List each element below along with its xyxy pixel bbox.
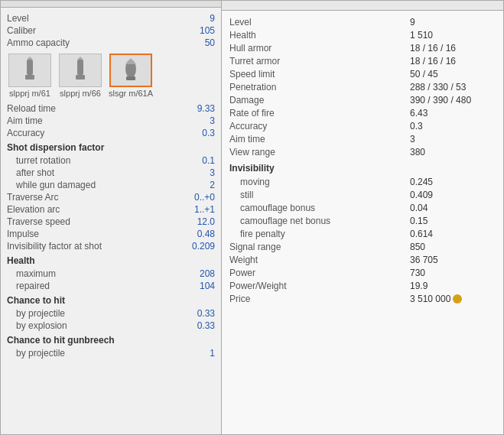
- left-basic-stats: Level9Caliber105Ammo capacity50: [7, 12, 215, 49]
- right-stat-label: camouflage net bonus: [240, 216, 404, 226]
- right-stat-value: 6.43: [404, 108, 496, 118]
- right-stat-label: Rate of fire: [229, 108, 404, 118]
- right-stat-row: Hull armor18 / 16 / 16: [229, 41, 496, 54]
- right-stat-value: 390 / 390 / 480: [404, 95, 496, 106]
- stat-row: repaired104: [7, 280, 215, 292]
- right-stat-value: 0.04: [404, 203, 496, 213]
- left-header: [1, 1, 221, 8]
- stat-label: Level: [7, 13, 29, 24]
- stat-label: Impulse: [7, 229, 39, 239]
- left-below-stats: Reload time9.33Aim time3Accuracy0.3Shot …: [7, 102, 215, 359]
- stat-row: Elevation arc1..+1: [7, 203, 215, 216]
- right-stat-row: Speed limit50 / 45: [229, 67, 496, 80]
- right-stat-value: 3: [404, 134, 496, 144]
- stat-row: Chance to hit: [7, 292, 215, 307]
- svg-rect-8: [126, 76, 135, 80]
- stat-label: Aim time: [7, 115, 43, 126]
- stat-value: 0.1: [202, 155, 215, 166]
- stat-row: while gun damaged2: [7, 179, 215, 191]
- stat-value: 50: [205, 37, 215, 48]
- right-scroll-area[interactable]: Level9Health1 510Hull armor18 / 16 / 16T…: [222, 11, 503, 434]
- ammo-row: slpprj m/61slpprj m/66slsgr m/61A: [7, 54, 215, 98]
- right-stat-row: Aim time3: [229, 132, 496, 145]
- right-stat-label: Penetration: [229, 82, 404, 93]
- right-stat-row: still0.409: [229, 188, 496, 201]
- stat-label: Traverse speed: [7, 216, 70, 227]
- stat-row: Aim time3: [7, 115, 215, 127]
- stat-row: by projectile1: [7, 347, 215, 359]
- right-stat-label: fire penalty: [240, 229, 404, 239]
- section-header: Chance to hit: [7, 293, 65, 307]
- right-stat-value: 288 / 330 / 53: [404, 82, 496, 93]
- stat-label: Elevation arc: [7, 204, 60, 215]
- right-stat-label: Signal range: [229, 242, 404, 252]
- stat-value: 9.33: [197, 103, 215, 114]
- svg-rect-2: [25, 75, 34, 80]
- stat-value: 12.0: [197, 216, 215, 227]
- stat-row: Level9: [7, 12, 215, 24]
- stat-value: 3: [210, 115, 215, 126]
- stat-value: 0..+0: [194, 192, 215, 203]
- stat-value: 0.33: [197, 320, 215, 331]
- svg-marker-4: [77, 57, 83, 60]
- svg-rect-5: [76, 75, 85, 80]
- right-stat-label: Turret armor: [229, 56, 404, 67]
- right-stat-row: Penetration288 / 330 / 53: [229, 80, 496, 93]
- right-stat-row: Level9: [229, 15, 496, 28]
- ammo-item[interactable]: slsgr m/61A: [108, 54, 154, 98]
- stat-row: Health: [7, 252, 215, 268]
- stat-row: Chance to hit gunbreech: [7, 332, 215, 347]
- ammo-item[interactable]: slpprj m/66: [57, 54, 103, 98]
- stat-row: Invisibility factor at shot0.209: [7, 240, 215, 252]
- right-stat-value: 0.245: [404, 177, 496, 187]
- ammo-item[interactable]: slpprj m/61: [7, 54, 53, 98]
- right-stat-label: Speed limit: [229, 69, 404, 80]
- stat-row: Traverse speed12.0: [7, 216, 215, 228]
- stat-value: 0.209: [192, 241, 215, 252]
- right-stat-label: Health: [229, 30, 404, 41]
- stat-row: by projectile0.33: [7, 307, 215, 320]
- stat-row: Impulse0.48: [7, 228, 215, 240]
- right-stat-label: Aim time: [229, 134, 404, 144]
- right-stat-row: Accuracy0.3: [229, 119, 496, 132]
- left-scroll-area[interactable]: Level9Caliber105Ammo capacity50 slpprj m…: [1, 8, 221, 434]
- stat-row: by explosion0.33: [7, 320, 215, 332]
- ammo-image: [109, 54, 152, 87]
- right-stat-value: 9: [404, 17, 496, 28]
- stat-label: Caliber: [7, 25, 36, 36]
- right-stat-value: 18 / 16 / 16: [404, 43, 496, 54]
- ammo-label: slpprj m/66: [60, 89, 101, 98]
- right-stat-row: camouflage net bonus0.15: [229, 214, 496, 227]
- right-stat-value: 18 / 16 / 16: [404, 56, 496, 67]
- stat-label: by projectile: [16, 348, 65, 359]
- right-stat-label: moving: [240, 177, 404, 187]
- right-stat-label: Level: [229, 17, 404, 28]
- svg-rect-3: [77, 60, 83, 75]
- right-stat-row: moving0.245: [229, 175, 496, 188]
- left-panel: Level9Caliber105Ammo capacity50 slpprj m…: [0, 0, 222, 435]
- stat-label: Traverse Arc: [7, 192, 59, 203]
- stat-row: Ammo capacity50: [7, 37, 215, 49]
- right-stat-row: Price3 510 000: [229, 292, 496, 305]
- stat-value: 104: [200, 281, 215, 291]
- stat-row: Accuracy0.3: [7, 127, 215, 139]
- right-panel: Level9Health1 510Hull armor18 / 16 / 16T…: [222, 0, 504, 435]
- stat-label: maximum: [16, 268, 56, 279]
- ammo-label: slsgr m/61A: [109, 89, 153, 98]
- stat-label: while gun damaged: [16, 180, 96, 190]
- right-stat-value: 850: [404, 242, 496, 252]
- stat-label: after shot: [16, 167, 54, 178]
- section-header: Chance to hit gunbreech: [7, 333, 115, 346]
- section-header: Health: [7, 253, 35, 267]
- stat-value: 1..+1: [194, 204, 215, 215]
- stat-row: turret rotation0.1: [7, 154, 215, 167]
- stat-label: Invisibility factor at shot: [7, 241, 102, 252]
- right-stat-label: View range: [229, 147, 404, 157]
- stat-value: 3: [210, 167, 215, 178]
- right-stat-row: Health1 510: [229, 28, 496, 41]
- right-stat-value: 19.9: [404, 281, 496, 291]
- stat-value: 2: [210, 180, 215, 190]
- stat-label: Reload time: [7, 103, 56, 114]
- stat-row: Traverse Arc0..+0: [7, 191, 215, 203]
- stat-value: 105: [200, 25, 215, 36]
